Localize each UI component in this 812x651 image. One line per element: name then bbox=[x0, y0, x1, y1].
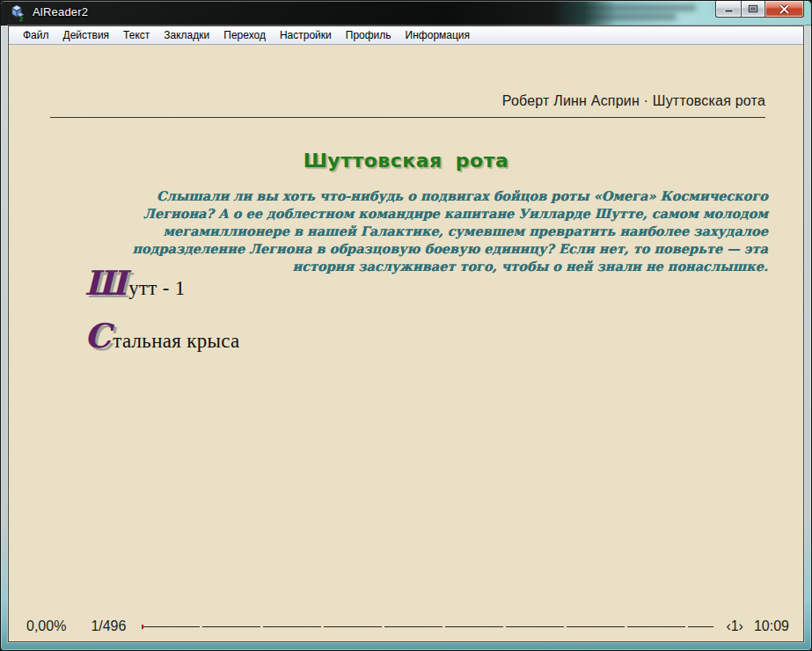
menu-settings[interactable]: Настройки bbox=[273, 27, 339, 43]
window-title: AlReader2 bbox=[33, 5, 88, 18]
alreader-window: 2 AlReader2 Файл Действия Текст Закладки… bbox=[0, 0, 812, 651]
statusbar: 0,00% 1/496 ‹1› 10:09 bbox=[9, 617, 803, 636]
book-annotation: Слышали ли вы хоть что-нибудь о подвигах… bbox=[107, 187, 768, 275]
dropcap-letter: Ш bbox=[84, 267, 127, 300]
maximize-button[interactable] bbox=[741, 1, 765, 18]
close-icon bbox=[779, 4, 790, 14]
header-rule bbox=[50, 117, 765, 118]
menubar: Файл Действия Текст Закладки Переход Нас… bbox=[9, 26, 803, 45]
titlebar-glass-reflection bbox=[564, 5, 696, 11]
menu-bookmarks[interactable]: Закладки bbox=[157, 27, 216, 43]
section-title: Шутт - 1 bbox=[84, 267, 186, 300]
dropcap-letter: С bbox=[84, 319, 111, 353]
svg-text:2: 2 bbox=[19, 15, 24, 22]
progress-position-tick bbox=[142, 625, 143, 629]
progress-ruler[interactable] bbox=[142, 625, 713, 629]
page-counter: 1/496 bbox=[91, 618, 126, 634]
menu-information[interactable]: Информация bbox=[399, 27, 477, 43]
menu-actions[interactable]: Действия bbox=[56, 27, 117, 43]
section-title: Стальная крыса bbox=[84, 319, 240, 353]
titlebar[interactable]: 2 AlReader2 bbox=[1, 1, 811, 26]
menu-text[interactable]: Текст bbox=[116, 27, 157, 43]
close-button[interactable] bbox=[765, 1, 804, 18]
chapter-indicator: ‹1› bbox=[726, 618, 743, 634]
client-area: Файл Действия Текст Закладки Переход Нас… bbox=[8, 26, 804, 642]
menu-file[interactable]: Файл bbox=[16, 27, 56, 43]
section-title-text: тальная крыса bbox=[113, 330, 239, 353]
menu-navigation[interactable]: Переход bbox=[216, 27, 273, 43]
section-title-text: утт - 1 bbox=[128, 277, 185, 300]
progress-percent: 0,00% bbox=[26, 618, 66, 634]
clock: 10:09 bbox=[754, 618, 789, 634]
maximize-restore-icon bbox=[748, 4, 758, 13]
titlebar-glass-reflection bbox=[571, 14, 677, 19]
book-title: Шуттовская рота bbox=[9, 150, 803, 172]
progress-line bbox=[142, 626, 713, 627]
page-header: Роберт Линн Асприн · Шуттовская рота bbox=[51, 93, 765, 109]
minimize-icon bbox=[724, 5, 734, 13]
reading-area[interactable]: Роберт Линн Асприн · Шуттовская рота Шут… bbox=[9, 45, 803, 641]
menu-profile[interactable]: Профиль bbox=[339, 27, 399, 43]
app-icon[interactable]: 2 bbox=[9, 4, 26, 22]
window-controls bbox=[715, 1, 804, 18]
minimize-button[interactable] bbox=[715, 1, 741, 18]
